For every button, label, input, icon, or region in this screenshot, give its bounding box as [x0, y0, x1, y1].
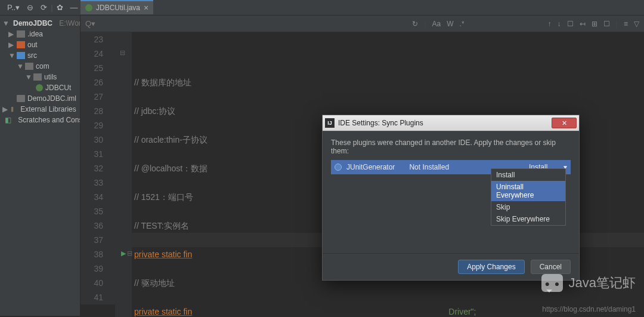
- next-icon[interactable]: ↓: [558, 20, 561, 28]
- collapse-icon[interactable]: ⊖: [27, 3, 33, 12]
- watermark-text: Java笔记虾: [569, 274, 636, 292]
- fold-icon[interactable]: ⊟: [127, 250, 132, 257]
- project-dropdown[interactable]: P..▾: [7, 3, 20, 12]
- intellij-logo-icon: IJ: [325, 118, 335, 128]
- find-dropdown[interactable]: Q▾: [85, 19, 95, 28]
- tree-external-libraries[interactable]: ▶⦀ External Libraries: [0, 104, 80, 115]
- prev-icon[interactable]: ↑: [548, 20, 552, 28]
- plugin-status: Not Installed: [409, 163, 449, 171]
- project-root[interactable]: ▼ DemoJDBC E:\Wor: [0, 18, 80, 29]
- tree-utils[interactable]: ▼utils: [0, 72, 80, 82]
- plugin-name: JUnitGenerator: [346, 163, 395, 171]
- tree-jdbcutil[interactable]: JDBCUt: [0, 82, 80, 93]
- apply-changes-button[interactable]: Apply Changes: [458, 260, 524, 274]
- words-icon[interactable]: W: [447, 20, 453, 28]
- more-icon[interactable]: ☐: [603, 20, 610, 28]
- settings-icon[interactable]: ≡: [624, 20, 628, 28]
- menu-uninstall-everywhere[interactable]: Uninstall Everywhere: [491, 181, 565, 201]
- tree-iml[interactable]: DemoJDBC.iml: [0, 93, 80, 104]
- gear-icon[interactable]: ✿: [57, 3, 63, 12]
- sync-plugins-dialog: IJ IDE Settings: Sync Plugins ✕ These pl…: [322, 115, 580, 281]
- watermark-url: https://blog.csdn.net/daming1: [542, 305, 636, 313]
- run-gutter-icon[interactable]: ▶: [121, 250, 126, 257]
- select-all-icon[interactable]: ☐: [567, 20, 574, 28]
- wechat-icon: ● ●: [541, 274, 563, 292]
- tree-idea[interactable]: ▶.idea: [0, 29, 80, 39]
- watermark: ● ● Java笔记虾: [541, 274, 636, 292]
- menu-icon[interactable]: —: [70, 3, 78, 12]
- java-icon: [85, 4, 92, 11]
- history-icon[interactable]: ↻: [412, 20, 418, 28]
- tab-filename: JDBCUtil.java: [96, 4, 140, 12]
- project-sidebar: ▼ DemoJDBC E:\Wor ▶.idea ▶out ▼src ▼com …: [0, 16, 80, 316]
- filter-icon[interactable]: ▽: [634, 20, 639, 28]
- dialog-close-button[interactable]: ✕: [552, 118, 577, 128]
- menu-skip[interactable]: Skip: [491, 201, 565, 213]
- menu-skip-everywhere[interactable]: Skip Everywhere: [491, 213, 565, 225]
- dialog-title: IDE Settings: Sync Plugins: [338, 119, 423, 127]
- tree-scratches[interactable]: ◧ Scratches and Cons: [0, 115, 80, 125]
- plugin-icon: [335, 164, 342, 171]
- regex-icon[interactable]: .*: [460, 20, 465, 28]
- add-selection-icon[interactable]: ↤: [580, 20, 586, 28]
- dialog-message: These plugins were changed in another ID…: [331, 139, 571, 155]
- tree-out[interactable]: ▶out: [0, 39, 80, 50]
- tree-com[interactable]: ▼com: [0, 61, 80, 72]
- action-dropdown-menu: Install Uninstall Everywhere Skip Skip E…: [491, 168, 566, 226]
- menu-install[interactable]: Install: [491, 169, 565, 181]
- cancel-button[interactable]: Cancel: [531, 260, 571, 274]
- sync-icon[interactable]: ⟳: [41, 3, 47, 12]
- tree-src[interactable]: ▼src: [0, 50, 80, 61]
- close-icon[interactable]: ×: [144, 3, 148, 13]
- line-number-gutter: 232425 262728 293031 323334 353637 38394…: [80, 32, 115, 304]
- editor-tab[interactable]: JDBCUtil.java ×: [80, 0, 153, 14]
- gutter-background: [115, 32, 132, 317]
- dialog-titlebar[interactable]: IJ IDE Settings: Sync Plugins ✕: [323, 115, 579, 131]
- pin-icon[interactable]: ⊞: [592, 20, 597, 28]
- fold-icon[interactable]: ⊟: [120, 49, 125, 57]
- find-toolbar: Q▾ ↻ | Aa W .* ↑ ↓ ☐ ↤ ⊞ ☐ | ≡ ▽: [80, 16, 644, 32]
- match-case-icon[interactable]: Aa: [432, 20, 441, 28]
- editor-area: Q▾ ↻ | Aa W .* ↑ ↓ ☐ ↤ ⊞ ☐ | ≡ ▽ 232425 …: [80, 16, 644, 316]
